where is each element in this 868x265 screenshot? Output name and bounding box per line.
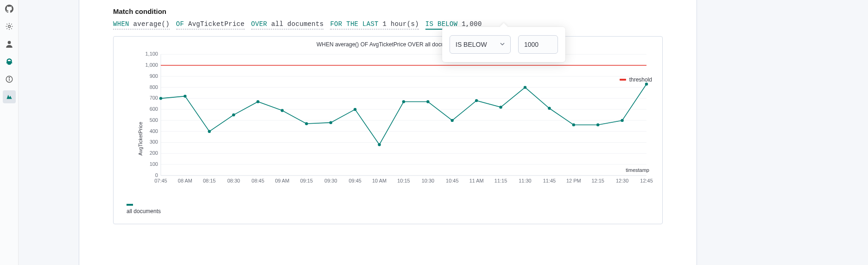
expr-token-when[interactable]: WHEN average() bbox=[113, 20, 170, 30]
svg-point-1 bbox=[7, 41, 11, 44]
svg-point-59 bbox=[305, 122, 308, 125]
series-swatch bbox=[127, 204, 133, 206]
info-icon[interactable] bbox=[3, 73, 16, 86]
svg-text:0: 0 bbox=[155, 172, 158, 178]
expression-row: WHEN average()OF AvgTicketPriceOVER all … bbox=[113, 20, 697, 30]
svg-text:08:30: 08:30 bbox=[227, 178, 240, 183]
svg-text:300: 300 bbox=[150, 139, 158, 145]
github-icon[interactable] bbox=[3, 2, 16, 15]
svg-text:10:15: 10:15 bbox=[397, 178, 410, 183]
expr-token-for-the-last[interactable]: FOR THE LAST 1 hour(s) bbox=[330, 20, 418, 30]
threshold-input[interactable] bbox=[518, 35, 558, 54]
svg-point-68 bbox=[524, 86, 526, 88]
threshold-popover: IS BELOW bbox=[442, 27, 565, 62]
svg-point-57 bbox=[256, 100, 259, 103]
svg-point-65 bbox=[451, 119, 454, 122]
svg-point-64 bbox=[426, 100, 429, 103]
svg-point-63 bbox=[402, 100, 405, 103]
helmet-icon[interactable] bbox=[3, 55, 16, 68]
svg-text:100: 100 bbox=[150, 161, 158, 167]
svg-text:11:15: 11:15 bbox=[494, 178, 507, 183]
svg-text:600: 600 bbox=[150, 106, 158, 112]
svg-text:12 PM: 12 PM bbox=[566, 178, 581, 183]
svg-text:700: 700 bbox=[150, 95, 158, 101]
main-panel: Match condition WHEN average()OF AvgTick… bbox=[79, 0, 697, 265]
chart-title: WHEN average() OF AvgTicketPrice OVER al… bbox=[114, 37, 662, 52]
svg-point-4 bbox=[9, 77, 9, 78]
svg-point-72 bbox=[621, 119, 623, 122]
y-axis-title: AvgTicketPrice bbox=[138, 122, 143, 156]
svg-point-58 bbox=[281, 109, 284, 112]
chart-plot-area: AvgTicketPrice timestamp 010020030040050… bbox=[144, 52, 649, 191]
svg-text:12:30: 12:30 bbox=[616, 178, 628, 183]
svg-text:200: 200 bbox=[150, 150, 158, 156]
svg-text:10:30: 10:30 bbox=[422, 178, 434, 183]
legend-series: all documents bbox=[114, 191, 662, 224]
svg-point-60 bbox=[329, 121, 332, 124]
operator-select[interactable]: IS BELOW bbox=[450, 35, 511, 54]
svg-text:11 AM: 11 AM bbox=[469, 178, 484, 183]
svg-text:11:30: 11:30 bbox=[519, 178, 531, 183]
chart-card: WHEN average() OF AvgTicketPrice OVER al… bbox=[113, 36, 663, 224]
svg-text:12:15: 12:15 bbox=[591, 178, 604, 183]
svg-point-71 bbox=[596, 123, 599, 126]
svg-point-67 bbox=[499, 106, 502, 108]
expr-token-of[interactable]: OF AvgTicketPrice bbox=[176, 20, 245, 30]
svg-point-66 bbox=[475, 99, 478, 102]
svg-text:09:30: 09:30 bbox=[324, 178, 337, 183]
svg-point-56 bbox=[232, 114, 235, 116]
svg-text:09:45: 09:45 bbox=[348, 178, 361, 183]
svg-text:08:15: 08:15 bbox=[203, 178, 215, 183]
svg-point-69 bbox=[548, 107, 551, 110]
svg-text:10:45: 10:45 bbox=[446, 178, 458, 183]
svg-point-0 bbox=[8, 25, 10, 28]
svg-text:1,100: 1,100 bbox=[145, 51, 158, 57]
gear-icon[interactable] bbox=[3, 20, 16, 33]
expr-token-over[interactable]: OVER all documents bbox=[251, 20, 324, 30]
svg-text:10 AM: 10 AM bbox=[372, 178, 386, 183]
section-title: Match condition bbox=[113, 0, 697, 20]
left-rail bbox=[0, 0, 19, 265]
svg-text:500: 500 bbox=[150, 117, 158, 123]
svg-text:12:45: 12:45 bbox=[640, 178, 653, 183]
svg-text:09 AM: 09 AM bbox=[275, 178, 289, 183]
svg-point-54 bbox=[184, 95, 186, 97]
svg-text:400: 400 bbox=[150, 128, 158, 134]
svg-text:09:15: 09:15 bbox=[300, 178, 313, 183]
svg-point-61 bbox=[354, 108, 356, 111]
user-icon[interactable] bbox=[3, 38, 16, 50]
svg-text:1,000: 1,000 bbox=[145, 62, 158, 68]
svg-text:800: 800 bbox=[150, 84, 158, 90]
svg-text:11:45: 11:45 bbox=[543, 178, 556, 183]
svg-text:08:45: 08:45 bbox=[252, 178, 264, 183]
svg-text:07:45: 07:45 bbox=[154, 178, 167, 183]
outer-area: Match condition WHEN average()OF AvgTick… bbox=[19, 0, 868, 265]
svg-point-70 bbox=[572, 123, 575, 126]
dev-icon[interactable] bbox=[3, 90, 16, 103]
chart-svg: 01002003004005006007008009001,0001,10007… bbox=[144, 52, 649, 191]
operator-select-wrap: IS BELOW bbox=[450, 35, 511, 54]
legend-series-label: all documents bbox=[127, 208, 161, 215]
svg-point-53 bbox=[159, 97, 162, 100]
svg-text:900: 900 bbox=[150, 73, 158, 79]
svg-text:08 AM: 08 AM bbox=[178, 178, 192, 183]
svg-point-73 bbox=[645, 82, 648, 85]
svg-point-55 bbox=[208, 130, 211, 132]
svg-point-62 bbox=[378, 143, 380, 146]
